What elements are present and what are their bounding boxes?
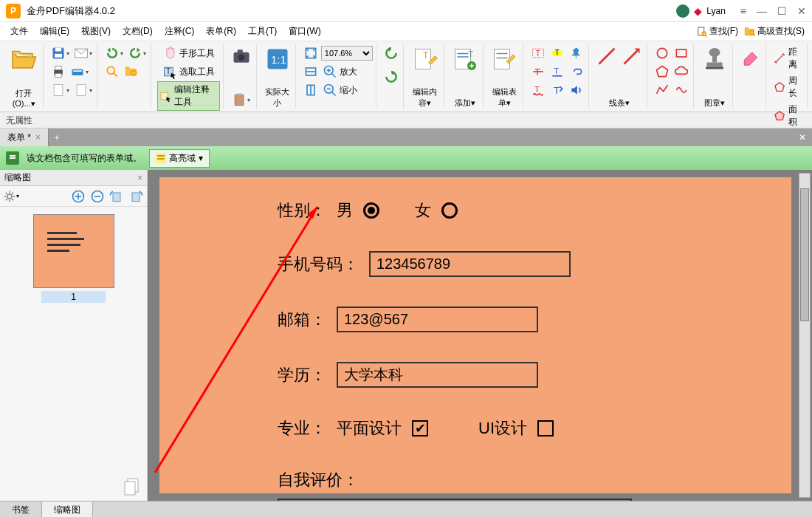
email-field[interactable]	[337, 307, 538, 332]
clipboard-icon	[232, 92, 247, 107]
rect-shape[interactable]	[672, 44, 690, 62]
checkbox-major1[interactable]: ✔	[412, 420, 428, 436]
edit-content-button[interactable]: T	[410, 44, 440, 74]
cloud-shape[interactable]	[672, 63, 690, 81]
menu-form[interactable]: 表单(R)	[200, 23, 242, 40]
vertical-scrollbar[interactable]	[799, 173, 811, 498]
link-icon	[569, 64, 584, 79]
checkbox-major2[interactable]	[537, 420, 554, 436]
undo-button[interactable]: ▾	[103, 44, 125, 62]
link-annot[interactable]	[568, 63, 585, 81]
menu-tool[interactable]: 工具(T)	[242, 23, 283, 40]
fit-page[interactable]	[302, 44, 320, 62]
edit-form-button[interactable]	[489, 44, 519, 74]
text-annot[interactable]: T	[529, 44, 547, 62]
open-button[interactable]	[9, 44, 38, 74]
clipboard-button[interactable]: ▾	[230, 91, 252, 109]
radio-male[interactable]	[363, 202, 379, 219]
zoom-out[interactable]: 缩小	[321, 81, 359, 99]
fit-height-icon	[303, 83, 318, 97]
print-button[interactable]	[49, 63, 67, 81]
scrollbar-thumb[interactable]	[800, 188, 809, 321]
menu-doc[interactable]: 文档(D)	[117, 23, 159, 40]
new2-button[interactable]: ▾	[72, 81, 94, 99]
strikeout[interactable]: T	[529, 63, 547, 81]
avatar[interactable]	[676, 4, 689, 18]
svg-point-63	[658, 48, 667, 58]
page-thumbnail[interactable]	[33, 214, 114, 288]
eraser-button[interactable]	[739, 44, 763, 68]
menu-edit[interactable]: 编辑(E)	[34, 23, 75, 40]
area-tool[interactable]: 面积	[772, 102, 804, 130]
scan-button[interactable]: ▾	[69, 63, 90, 81]
folder-find[interactable]	[123, 63, 140, 81]
caret[interactable]: T	[548, 81, 566, 99]
bottom-tab-thumbs[interactable]: 缩略图	[42, 501, 93, 517]
tab-add-button[interactable]: ＋	[49, 129, 65, 146]
line-tool[interactable]	[595, 44, 619, 68]
radio-female[interactable]	[441, 202, 458, 219]
rotate-ccw[interactable]	[382, 44, 400, 62]
redo-button[interactable]: ▾	[126, 44, 148, 62]
add-button[interactable]: T	[450, 44, 480, 74]
menu-icon[interactable]: ≡	[740, 5, 746, 17]
side-rotate-cw[interactable]	[128, 188, 144, 205]
find-in-doc[interactable]	[103, 63, 121, 81]
tab-close-icon[interactable]: ×	[35, 132, 41, 143]
bottom-tab-bookmark[interactable]: 书签	[0, 501, 42, 517]
menu-view[interactable]: 视图(V)	[75, 23, 117, 40]
find-button[interactable]: 查找(F)	[693, 24, 741, 39]
side-rotate-ccw[interactable]	[109, 188, 125, 205]
svg-text:T: T	[166, 67, 171, 75]
circle-shape[interactable]	[653, 44, 671, 62]
actual-size-button[interactable]: 1:1	[263, 44, 292, 74]
highlight-fields-button[interactable]: 高亮域 ▾	[149, 149, 210, 168]
perimeter-tool[interactable]: 周长	[772, 73, 804, 101]
highlight-fields-icon	[156, 153, 166, 163]
self-textarea[interactable]	[278, 499, 632, 501]
close-button[interactable]: ✕	[797, 5, 806, 17]
document-view[interactable]: 性别： 男 女 手机号码： 邮箱： 学历： 专业： 平面设计	[148, 170, 812, 501]
hand-tool[interactable]: 手形工具	[157, 44, 219, 62]
polygon-shape[interactable]	[653, 63, 671, 81]
zoom-select[interactable]: 107.6%	[321, 46, 373, 61]
menu-annot[interactable]: 注释(C)	[159, 23, 201, 40]
sound-annot[interactable]	[568, 81, 585, 99]
blank-page-icon	[74, 83, 89, 97]
tabs-close-all[interactable]: ✕	[793, 129, 812, 146]
distance-tool[interactable]: 距离	[772, 44, 804, 72]
side-gear[interactable]: ▾	[3, 188, 19, 205]
select-tool[interactable]: T选取工具	[157, 63, 219, 81]
maximize-button[interactable]: ☐	[777, 5, 787, 17]
arrow-tool[interactable]	[620, 44, 644, 68]
side-close-icon[interactable]: ×	[137, 173, 142, 183]
zoom-in[interactable]: 放大	[321, 63, 359, 81]
edu-field[interactable]	[337, 362, 538, 388]
highlight-annot[interactable]: T	[548, 44, 566, 62]
polyline-shape[interactable]	[653, 81, 671, 99]
menu-file[interactable]: 文件	[4, 23, 34, 40]
stamp-button[interactable]	[700, 44, 729, 74]
menu-window[interactable]: 窗口(W)	[283, 23, 326, 40]
side-zoom-out[interactable]	[89, 188, 106, 205]
save-button[interactable]: ▾	[49, 44, 71, 62]
adv-find-button[interactable]: 高级查找(S)	[741, 24, 808, 39]
minimize-button[interactable]: —	[757, 5, 767, 17]
svg-point-23	[238, 54, 244, 61]
underline[interactable]: T	[548, 63, 566, 81]
edit-annot-tool[interactable]: 编辑注释工具	[157, 81, 219, 111]
squiggly[interactable]: T	[529, 81, 547, 99]
attach-annot[interactable]	[568, 44, 585, 62]
mail-button[interactable]: ▾	[72, 44, 94, 62]
phone-field[interactable]	[369, 251, 571, 277]
snapshot-button[interactable]	[230, 44, 253, 68]
fit-height[interactable]	[302, 81, 320, 99]
rotate-cw[interactable]	[382, 68, 400, 86]
side-zoom-in[interactable]	[70, 188, 86, 205]
svg-line-61	[599, 49, 615, 64]
freeform-icon	[674, 83, 689, 97]
freeform-shape[interactable]	[672, 81, 690, 99]
fit-width[interactable]	[302, 63, 320, 81]
doc-tab[interactable]: 表单 * ×	[0, 129, 49, 146]
new-button[interactable]: ▾	[49, 81, 71, 99]
